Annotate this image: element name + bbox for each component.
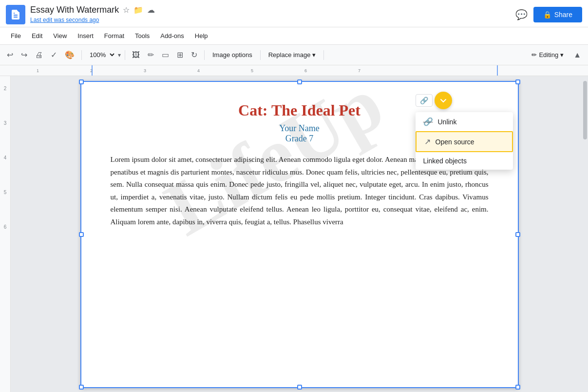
side-ruler: 2 3 4 5 6	[0, 76, 11, 392]
menu-addons[interactable]: Add-ons	[155, 30, 189, 41]
menu-format[interactable]: Format	[99, 30, 129, 41]
title-bar: Essay With Watermark ☆ 📁 ☁ Last edit was…	[0, 0, 588, 27]
unlink-icon: 🔗	[423, 117, 433, 126]
expand-button[interactable]	[435, 92, 452, 109]
redo-button[interactable]: ↪	[18, 48, 30, 61]
menu-view[interactable]: View	[48, 30, 72, 41]
ruler: 1 2 3 4 5 6 7	[0, 65, 588, 76]
handle-bottom-right[interactable]	[515, 385, 520, 390]
image-options-button[interactable]: Image options	[209, 49, 256, 60]
print-button[interactable]: 🖨	[32, 49, 46, 61]
collapse-toolbar-button[interactable]: ▲	[570, 49, 584, 61]
document-page: LifeUp C	[80, 81, 519, 388]
paint-format-button[interactable]: 🎨	[62, 48, 77, 61]
last-edit-text: Last edit was seconds ago	[30, 17, 99, 23]
divider-2	[125, 50, 125, 60]
divider-4	[260, 50, 261, 60]
pencil-icon: ✏	[531, 51, 537, 59]
scrollbar-thumb[interactable]	[583, 81, 587, 139]
scrollbar-track[interactable]	[582, 76, 588, 392]
lock-icon: 🔒	[543, 11, 551, 19]
divider-5	[323, 50, 324, 60]
title-area: Essay With Watermark ☆ 📁 ☁ Last edit was…	[30, 5, 515, 24]
docs-logo	[6, 5, 25, 24]
editing-mode-button[interactable]: ✏ Editing ▾	[527, 49, 569, 60]
page-area: LifeUp C	[11, 76, 588, 392]
crop-button[interactable]: ⊞	[174, 48, 186, 61]
menu-edit[interactable]: Edit	[27, 30, 47, 41]
handle-bottom-center[interactable]	[297, 385, 302, 390]
open-source-icon: ↗	[424, 137, 431, 146]
unlink-item[interactable]: 🔗 Unlink	[416, 112, 513, 131]
open-source-item[interactable]: ↗ Open source	[416, 131, 513, 152]
handle-bottom-left[interactable]	[79, 385, 84, 390]
add-image-button[interactable]: 🖼	[129, 49, 143, 61]
menu-tools[interactable]: Tools	[130, 30, 154, 41]
ruler-indicator	[92, 65, 93, 76]
divider-1	[81, 50, 82, 60]
cloud-save-icon[interactable]: ☁	[147, 5, 155, 15]
undo-button[interactable]: ↩	[4, 48, 16, 61]
popup-container: 🔗 🔗	[416, 92, 513, 170]
popup-top-row: 🔗	[416, 92, 513, 109]
spellcheck-button[interactable]: ✓	[48, 48, 60, 61]
border-button[interactable]: ▭	[159, 48, 172, 61]
link-icon: 🔗	[420, 97, 428, 104]
doc-title: Essay With Watermark	[30, 5, 119, 15]
doc-page-container: LifeUp C	[80, 81, 519, 388]
link-button[interactable]: 🔗	[416, 94, 433, 107]
menu-help[interactable]: Help	[190, 30, 213, 41]
dropdown-menu: 🔗 Unlink ↗ Open source Linked objects	[416, 112, 513, 170]
menu-bar: File Edit View Insert Format Tools Add-o…	[0, 27, 588, 45]
ruler-content: 1 2 3 4 5 6 7	[0, 65, 588, 76]
ruler-indicator-right	[497, 65, 498, 76]
replace-image-button[interactable]: Replace image ▾	[265, 49, 320, 60]
folder-icon[interactable]: 📁	[133, 5, 143, 15]
header-right: 💬 🔒 Share	[515, 7, 582, 22]
rotate-button[interactable]: ↻	[188, 48, 200, 61]
menu-file[interactable]: File	[6, 30, 26, 41]
star-icon[interactable]: ☆	[123, 5, 130, 15]
zoom-selector[interactable]: 100% 75% 125% 150% 200%	[86, 50, 116, 60]
edit-button[interactable]: ✏	[145, 48, 157, 61]
divider-3	[204, 50, 205, 60]
share-button[interactable]: 🔒 Share	[533, 7, 582, 22]
comment-icon[interactable]: 💬	[515, 9, 528, 20]
zoom-arrow-icon: ▾	[118, 52, 121, 59]
toolbar: ↩ ↪ 🖨 ✓ 🎨 100% 75% 125% 150% 200% ▾ 🖼 ✏ …	[0, 45, 588, 65]
linked-objects-item[interactable]: Linked objects	[416, 152, 513, 170]
menu-insert[interactable]: Insert	[73, 30, 98, 41]
content-area: 2 3 4 5 6 LifeUp	[0, 76, 588, 392]
